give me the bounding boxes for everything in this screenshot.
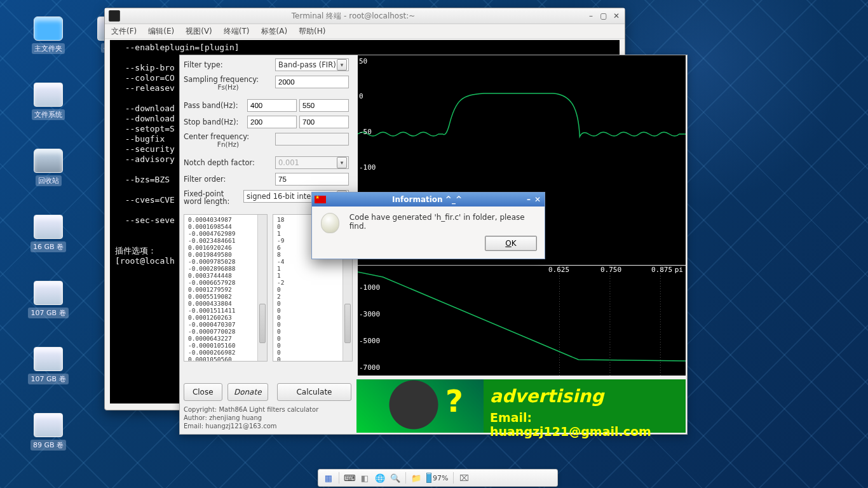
donate-button[interactable]: Donate [227, 383, 268, 401]
globe-icon[interactable]: 🌐 [375, 473, 385, 483]
app-icon[interactable]: ◧ [360, 473, 370, 483]
desktop-icon-trash[interactable]: 回收站 [23, 149, 74, 186]
desktop-icon-drive[interactable]: 107 GB 卷 [23, 281, 74, 318]
bottom-panel[interactable]: ▦ ⌨ ◧ 🌐 🔍 📁 97% ⌧ [318, 469, 558, 487]
menu-help[interactable]: 帮助(H) [299, 26, 325, 37]
menu-file[interactable]: 文件(F) [111, 26, 137, 37]
phase-plot: 0.625 0.750 0.875 pi -1000 -3000 -5000 -… [358, 266, 686, 376]
menu-view[interactable]: 视图(V) [186, 26, 212, 37]
drive-icon [34, 347, 63, 371]
terminal-icon [109, 10, 120, 22]
advert-banner[interactable]: ? advertising Email: huangzj121@gmail.co… [356, 379, 686, 433]
terminal-titlebar[interactable]: Terminal 终端 - root@localhost:~ – ▢ ✕ [105, 8, 625, 24]
notch-select: 0.001▾ [275, 156, 349, 169]
wallpaper-icon[interactable]: ▦ [323, 473, 334, 483]
dialog-titlebar[interactable]: Information ^_^ – ✕ [312, 193, 545, 207]
advert-email: Email: huangzj121@gmail.com [490, 410, 679, 438]
folder-icon[interactable]: 📁 [411, 473, 421, 483]
desktop-icon-filesystem[interactable]: 文件系统 [23, 83, 74, 120]
label-sampling: Sampling frequency:Fs(Hz) [184, 76, 273, 91]
battery-icon [426, 473, 431, 483]
label-wordlen: Fixed-pointword length: [184, 190, 241, 205]
passband-lo-input[interactable] [247, 99, 297, 112]
filter-button-bar: Close Donate Calculate [180, 381, 355, 403]
tray-icon[interactable]: ⌧ [459, 473, 469, 483]
battery-indicator[interactable]: 97% [426, 473, 448, 483]
dialog-title: Information ^_^ [330, 195, 524, 204]
desktop-icon-drive[interactable]: 107 GB 卷 [23, 347, 74, 384]
ok-button[interactable]: OK [485, 236, 537, 251]
scrollbar[interactable] [257, 215, 267, 361]
desktop-icon-drive[interactable]: 16 GB 卷 [23, 215, 74, 252]
lightbulb-icon [321, 213, 339, 233]
center-input [275, 133, 349, 146]
drive-icon [34, 215, 63, 239]
chevron-down-icon: ▾ [337, 59, 347, 71]
stopband-hi-input[interactable] [299, 116, 349, 128]
flag-icon [315, 196, 326, 203]
menu-terminal[interactable]: 终端(T) [224, 26, 250, 37]
label-notch: Notch depth factor: [184, 159, 273, 166]
calculate-button[interactable]: Calculate [277, 383, 351, 401]
terminal-menubar: 文件(F) 编辑(E) 视图(V) 终端(T) 标签(A) 帮助(H) [105, 24, 625, 39]
menu-edit[interactable]: 编辑(E) [148, 26, 174, 37]
dialog-message: Code have generated 'h_fir.c' in folder,… [349, 213, 536, 231]
label-stopband: Stop band(Hz): [184, 118, 245, 126]
pcb-image: ? [356, 379, 484, 433]
drive-icon [34, 413, 63, 437]
sampling-input[interactable] [275, 76, 349, 88]
label-order: Filter order: [184, 175, 273, 183]
information-dialog: Information ^_^ – ✕ Code have generated … [311, 192, 545, 259]
desktop-icon-home[interactable]: 主文件夹 [23, 17, 74, 54]
minimize-button[interactable]: – [524, 195, 533, 204]
order-input[interactable] [275, 173, 349, 186]
credits: Copyright: Math86A Light filters calcula… [184, 405, 318, 430]
chevron-down-icon: ▾ [337, 157, 347, 168]
passband-hi-input[interactable] [299, 99, 349, 112]
advert-title: advertising [490, 386, 679, 407]
home-icon [34, 17, 63, 41]
terminal-title: Terminal 终端 - root@localhost:~ [124, 11, 583, 22]
filter-type-select[interactable]: Band-pass (FIR)▾ [275, 58, 349, 71]
drive-icon [34, 83, 63, 107]
maximize-button[interactable]: ▢ [599, 11, 608, 20]
phase-curve [358, 266, 686, 376]
drive-icon [34, 281, 63, 305]
close-button[interactable]: ✕ [533, 195, 542, 204]
label-passband: Pass band(Hz): [184, 102, 245, 109]
search-icon[interactable]: 🔍 [390, 473, 400, 483]
menu-tabs[interactable]: 标签(A) [261, 26, 288, 37]
terminal-icon[interactable]: ⌨ [344, 473, 355, 483]
minimize-button[interactable]: – [587, 11, 595, 20]
close-button[interactable]: ✕ [612, 11, 621, 20]
label-center: Center frequency:Fn(Hz) [184, 133, 273, 148]
desktop-icon-drive[interactable]: 89 GB 卷 [23, 413, 74, 451]
close-button[interactable]: Close [184, 383, 222, 401]
coef-list-float[interactable]: 0.00040349870.0001698544-0.0004762989-0.… [184, 214, 268, 362]
label-filter-type: Filter type: [184, 61, 273, 69]
stopband-lo-input[interactable] [247, 116, 297, 128]
trash-icon [34, 149, 63, 173]
